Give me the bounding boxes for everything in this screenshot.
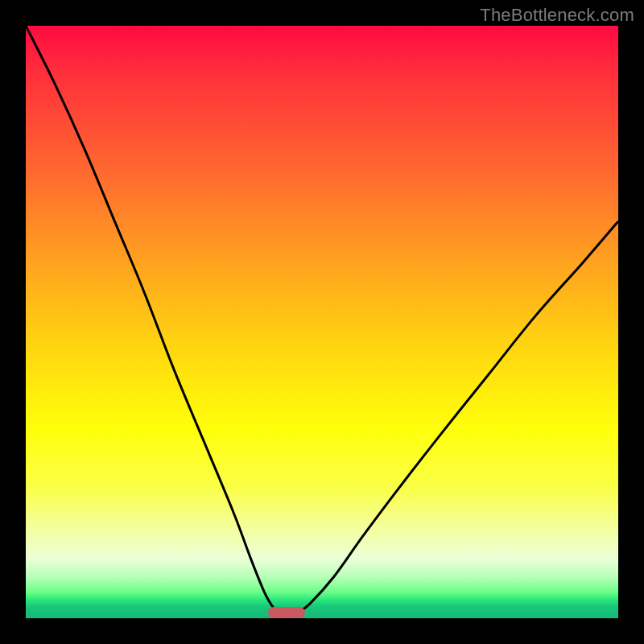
bottleneck-curve (26, 26, 618, 618)
optimum-marker (268, 607, 305, 618)
plot-area (26, 26, 618, 618)
chart-frame: TheBottleneck.com (0, 0, 644, 644)
curve-left-branch (26, 26, 278, 613)
watermark-text: TheBottleneck.com (480, 5, 634, 26)
curve-right-branch (299, 221, 618, 613)
